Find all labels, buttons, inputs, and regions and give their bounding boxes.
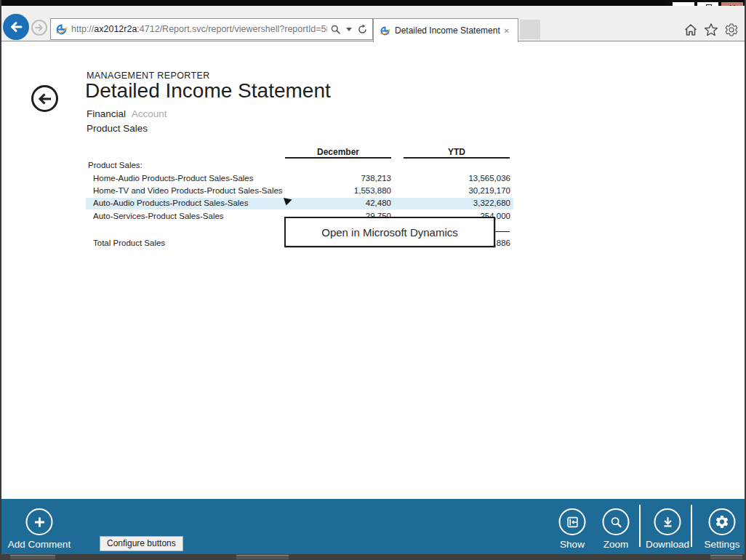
- url-text[interactable]: http://ax2012r2a:4712/Report.svc/report/…: [71, 24, 327, 34]
- row-label: Auto-Services-Product Sales-Sales: [93, 212, 224, 220]
- table-row[interactable]: Home-TV and Video Products-Product Sales…: [1, 186, 525, 197]
- autocomplete-dropdown-icon[interactable]: [346, 28, 352, 31]
- settings-label: Settings: [684, 539, 746, 550]
- column-header-december: December: [285, 147, 391, 157]
- forward-arrow-icon: [34, 23, 44, 33]
- plus-icon: [26, 508, 53, 535]
- row-label: Total Product Sales: [93, 239, 165, 247]
- row-december-value[interactable]: 738,213: [285, 174, 391, 183]
- row-label: Product Sales:: [88, 161, 143, 169]
- browser-back-button[interactable]: [3, 14, 29, 40]
- report-page: MANAGEMENT REPORTER Detailed Income Stat…: [1, 41, 745, 499]
- row-label: Auto-Audio Products-Product Sales-Sales: [93, 199, 249, 207]
- tab-title: Detailed Income Statement: [395, 25, 502, 36]
- background-window-fragment: [10, 555, 55, 559]
- browser-window: ✕ http://ax2012r2a:4712/Report.svc/repor…: [0, 0, 746, 560]
- address-bar[interactable]: http://ax2012r2a:4712/Report.svc/report/…: [50, 18, 373, 40]
- row-ytd-value[interactable]: 3,322,680: [404, 199, 510, 207]
- background-window-fragment: [710, 555, 742, 559]
- download-icon: [654, 508, 681, 535]
- header-underline: [285, 157, 391, 159]
- header-underline: [404, 157, 510, 159]
- open-in-dynamics-tooltip[interactable]: Open in Microsoft Dynamics: [284, 217, 495, 247]
- configure-buttons-tooltip: Configure buttons: [100, 536, 183, 551]
- row-label: Home-Audio Products-Product Sales-Sales: [93, 174, 254, 183]
- tools-gear-icon[interactable]: [724, 23, 739, 37]
- add-comment-label: Add Comment: [1, 539, 77, 550]
- search-icon[interactable]: [330, 24, 341, 35]
- settings-button[interactable]: Settings: [684, 499, 746, 554]
- refresh-icon[interactable]: [357, 24, 368, 35]
- row-december-value[interactable]: 42,480: [285, 199, 391, 207]
- open-in-dynamics-label: Open in Microsoft Dynamics: [321, 226, 458, 239]
- ie-logo-icon: [55, 23, 68, 36]
- new-tab-button[interactable]: [520, 20, 540, 39]
- table-row: Product Sales:: [1, 161, 525, 172]
- tab-close-icon[interactable]: ✕: [502, 25, 512, 36]
- row-label: Home-TV and Video Products-Product Sales…: [93, 186, 283, 195]
- app-bar: Add Comment Configure buttons Show: [1, 499, 745, 554]
- column-header-ytd: YTD: [404, 147, 510, 157]
- table-row[interactable]: Home-Audio Products-Product Sales-Sales …: [1, 174, 525, 185]
- row-ytd-value[interactable]: 30,219,170: [404, 186, 510, 195]
- drilldown-flag-icon: [284, 198, 292, 206]
- background-window-fragment: [236, 555, 289, 559]
- browser-forward-button[interactable]: [31, 20, 47, 36]
- table-row-highlighted[interactable]: Auto-Audio Products-Product Sales-Sales …: [1, 199, 525, 209]
- home-icon[interactable]: [683, 23, 698, 37]
- row-ytd-value[interactable]: 13,565,036: [404, 174, 510, 183]
- window-title-bar[interactable]: [0, 0, 746, 6]
- ie-logo-icon: [380, 25, 390, 36]
- back-arrow-icon: [9, 20, 23, 34]
- settings-gear-icon: [709, 508, 736, 535]
- row-december-value[interactable]: 1,553,880: [285, 186, 391, 195]
- tab-detailed-income-statement[interactable]: Detailed Income Statement ✕: [373, 18, 518, 42]
- add-comment-button[interactable]: Add Comment: [1, 499, 77, 554]
- window-bottom-edge: [0, 554, 746, 560]
- report-table: December YTD Product Sales: Home-Audio P…: [1, 41, 745, 449]
- browser-chrome: http://ax2012r2a:4712/Report.svc/report/…: [1, 6, 745, 41]
- zoom-magnifier-icon: [603, 508, 630, 535]
- favorites-star-icon[interactable]: [704, 23, 718, 37]
